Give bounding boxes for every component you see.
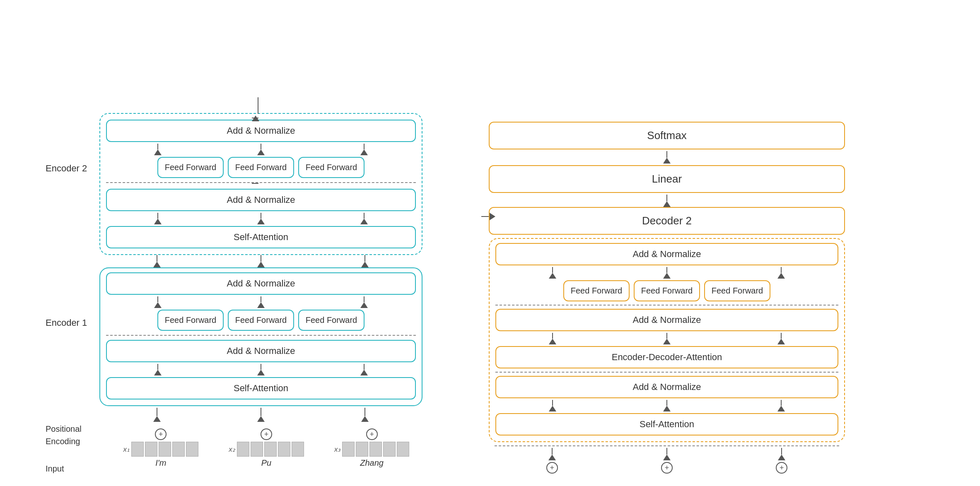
decoder2-container: Add & Normalize Feed Forward Feed Forwar… — [489, 238, 845, 442]
dec2-ff3: Feed Forward — [704, 280, 770, 301]
enc-dec-attention: Encoder-Decoder-Attention — [495, 346, 838, 368]
linear-block: Linear — [489, 165, 845, 193]
xi-label-2: x₂ — [229, 445, 235, 454]
enc-between-arrows — [99, 255, 422, 267]
enc1-ff2: Feed Forward — [228, 310, 294, 331]
softmax-arrow — [663, 151, 671, 164]
dec-plus-3: + — [776, 462, 787, 474]
dec2-add-norm-bot: Add & Normalize — [495, 376, 838, 398]
plus-circle-3: + — [366, 428, 378, 440]
dec-bottom-dashed — [495, 445, 839, 446]
enc1-ff3: Feed Forward — [298, 310, 364, 331]
dec-input-arrows — [495, 448, 839, 460]
dec-plus-2: + — [661, 462, 673, 474]
enc1-ff1: Feed Forward — [157, 310, 224, 331]
enc2-self-attn: Self-Attention — [106, 226, 416, 248]
enc2-divider — [106, 182, 416, 183]
encoder1-label: Encoder 1 — [46, 317, 87, 329]
xi-label-1: x₁ — [123, 445, 130, 454]
enc1-self-attn: Self-Attention — [106, 377, 416, 399]
plus-circle-2: + — [261, 428, 272, 440]
plus-circle-1: + — [155, 428, 167, 440]
enc1-input-arrows — [99, 408, 422, 422]
enc2-arrows-ff-to-addnorm — [106, 144, 416, 155]
encoder2-label: Encoder 2 — [46, 163, 87, 175]
softmax-block: Softmax — [489, 122, 845, 149]
dec2-ff1: Feed Forward — [563, 280, 630, 301]
embedding-3 — [342, 442, 409, 457]
dec-plus-circles: + + + — [495, 462, 839, 474]
enc2-ff1: Feed Forward — [157, 157, 224, 178]
encoder2-container: Add & Normalize Feed Forward Feed Forwar… — [99, 113, 422, 255]
dec2-divider1 — [495, 305, 838, 306]
enc1-divider — [106, 335, 416, 336]
token-2: + x₂ Pu — [229, 428, 304, 468]
enc1-add-norm-top: Add & Normalize — [106, 272, 416, 295]
enc1-arrows-sa-to-addnorm — [106, 364, 416, 375]
dec2-ff-row: Feed Forward Feed Forward Feed Forward — [563, 280, 770, 301]
input-label: Input — [46, 464, 104, 474]
embedding-1 — [131, 442, 198, 457]
enc2-arrows-sa-to-addnorm — [106, 213, 416, 224]
dec-input-section: + + + — [489, 444, 845, 474]
dec2-arrows-sa-to-addnorm — [495, 400, 838, 411]
token-label-2: Pu — [261, 458, 271, 468]
dec2-add-norm-top: Add & Normalize — [495, 243, 838, 265]
decoder2-label-block: Decoder 2 — [489, 207, 845, 235]
enc1-arrows-ff-to-addnorm — [106, 296, 416, 308]
token-label-1: I'm — [155, 458, 166, 468]
pos-encoding-label: PositionalEncoding — [46, 423, 104, 448]
dec2-arrows-ff-to-addnorm — [495, 267, 838, 279]
linear-arrow — [663, 195, 671, 207]
enc2-ff3: Feed Forward — [298, 157, 364, 178]
softmax-section: Softmax Linear — [489, 122, 845, 207]
main-diagram: Encoder 2 Add & Normalize — [0, 0, 980, 486]
enc1-ff-row: Feed Forward Feed Forward Feed Forward — [157, 310, 364, 331]
enc2-add-norm-bot: Add & Normalize — [106, 189, 416, 211]
token-3: + x₃ Zhang — [334, 428, 410, 468]
embedding-2 — [237, 442, 304, 457]
dec2-arrows-encdec-to-addnorm — [495, 333, 838, 344]
token-label-3: Zhang — [360, 458, 384, 468]
token-1: + x₁ I'm — [123, 428, 199, 468]
dec-plus-1: + — [546, 462, 558, 474]
enc2-ff-row: Feed Forward Feed Forward Feed Forward — [157, 157, 364, 178]
dec2-divider2 — [495, 372, 838, 373]
dec2-ff2: Feed Forward — [634, 280, 700, 301]
dec2-add-norm-mid: Add & Normalize — [495, 309, 838, 331]
dec2-skip-arrow — [481, 214, 496, 219]
dec2-self-attn: Self-Attention — [495, 413, 838, 435]
enc2-ff2: Feed Forward — [228, 157, 294, 178]
enc2-add-norm-top: Add & Normalize — [106, 120, 416, 142]
xi-label-3: x₃ — [334, 445, 341, 454]
enc1-add-norm-bot: Add & Normalize — [106, 340, 416, 362]
encoder1-container: Add & Normalize Feed Forward Feed Forwar… — [99, 267, 422, 406]
